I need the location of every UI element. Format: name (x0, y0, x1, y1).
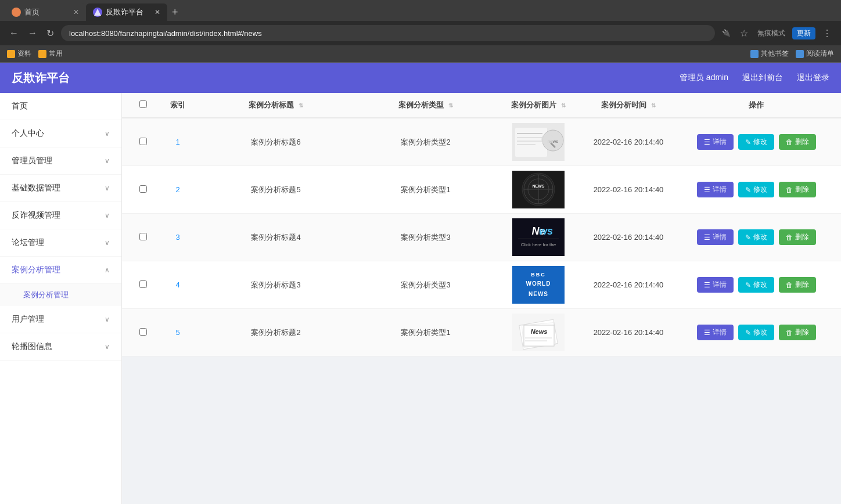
browser-tab-app[interactable]: 反欺诈平台 ✕ (86, 3, 167, 21)
nav-forward-button[interactable]: → (26, 26, 39, 41)
bookmark-ziliao[interactable]: 资料 (7, 49, 31, 59)
bookmark-icon-changyong (38, 50, 46, 58)
app-header-right: 管理员 admin 退出到前台 退出登录 (680, 73, 829, 83)
row2-edit-button[interactable]: ✎ 修改 (738, 182, 774, 197)
bookmarks-bar: 资料 常用 其他书签 阅读清单 (0, 45, 841, 63)
col-image[interactable]: 案例分析图片 ⇅ (501, 100, 576, 110)
chevron-users: ∨ (105, 315, 110, 323)
col-actions-label: 操作 (749, 100, 764, 109)
row3-delete-button[interactable]: 🗑 删除 (779, 229, 816, 245)
row5-edit-icon: ✎ (745, 329, 751, 337)
row1-checkbox[interactable] (131, 138, 154, 147)
row4-image-container: BBC WORLD NEWS (512, 266, 565, 304)
row1-check[interactable] (139, 138, 147, 145)
row1-detail-label: 详情 (713, 137, 727, 147)
extensions-button[interactable]: 🔌 (720, 27, 733, 39)
row2-checkbox[interactable] (131, 185, 154, 195)
chevron-cases: ∧ (105, 266, 110, 274)
row1-actions: ☰ 详情 ✎ 修改 🗑 删除 (681, 134, 832, 150)
row1-edit-label: 修改 (753, 137, 767, 147)
tab-favicon-home (12, 8, 21, 17)
col-type[interactable]: 案例分析类型 ⇅ (351, 100, 501, 110)
svg-text:NEWS: NEWS (533, 184, 545, 188)
row5-delete-button[interactable]: 🗑 删除 (779, 325, 816, 340)
tab-favicon-app (93, 8, 102, 17)
row3-edit-button[interactable]: ✎ 修改 (738, 229, 774, 245)
col-image-label: 案例分析图片 (511, 100, 556, 109)
row3-checkbox[interactable] (131, 233, 154, 242)
sidebar: 首页 个人中心 ∨ 管理员管理 ∨ 基础数据管理 ∨ 反诈视频管理 ∨ 论坛管理… (0, 93, 122, 504)
table-row: 1 案例分析标题6 案例分析类型2 news (122, 118, 841, 166)
sidebar-item-basic[interactable]: 基础数据管理 ∨ (0, 175, 121, 202)
row5-checkbox[interactable] (131, 328, 154, 337)
front-link[interactable]: 退出到前台 (742, 73, 783, 83)
row4-time: 2022-02-16 20:14:40 (576, 280, 681, 289)
col-time[interactable]: 案例分析时间 ⇅ (576, 100, 681, 110)
row5-news-image: News (512, 314, 565, 351)
table-row: 2 案例分析标题5 案例分析类型1 NEWS (122, 166, 841, 214)
sidebar-item-admin[interactable]: 管理员管理 ∨ (0, 147, 121, 175)
col-checkbox[interactable] (131, 100, 154, 110)
row4-delete-button[interactable]: 🗑 删除 (779, 277, 816, 293)
col-title[interactable]: 案例分析标题 ⇅ (201, 100, 351, 110)
bookmark-label-ziliao: 资料 (17, 49, 31, 59)
bookmark-changyong[interactable]: 常用 (38, 49, 63, 59)
row1-detail-button[interactable]: ☰ 详情 (697, 134, 734, 150)
incognito-button[interactable]: 無痕模式 (755, 26, 788, 41)
svg-text:WORLD: WORLD (526, 280, 551, 287)
tab-close-home[interactable]: ✕ (73, 8, 79, 16)
sidebar-item-home[interactable]: 首页 (0, 93, 121, 120)
sidebar-item-video[interactable]: 反诈视频管理 ∨ (0, 202, 121, 229)
menu-button[interactable]: ⋮ (820, 26, 834, 41)
row4-check[interactable] (139, 280, 147, 288)
update-button[interactable]: 更新 (792, 27, 815, 39)
row4-edit-icon: ✎ (745, 281, 751, 289)
row5-detail-button[interactable]: ☰ 详情 (697, 325, 734, 340)
row3-image: Ne ws Click here for the (501, 218, 576, 256)
table-header: 索引 案例分析标题 ⇅ 案例分析类型 ⇅ 案例分析图片 ⇅ 案例分析时间 ⇅ (122, 93, 841, 118)
bookmark-other[interactable]: 其他书签 (750, 49, 789, 59)
sidebar-item-users[interactable]: 用户管理 ∨ (0, 306, 121, 333)
row4-checkbox[interactable] (131, 280, 154, 290)
row4-edit-button[interactable]: ✎ 修改 (738, 277, 774, 293)
sidebar-label-admin: 管理员管理 (12, 156, 52, 166)
chevron-profile: ∨ (105, 129, 110, 138)
row5-detail-icon: ☰ (704, 329, 710, 337)
row5-delete-label: 删除 (795, 327, 809, 337)
browser-chrome: 首页 ✕ 反欺诈平台 ✕ + ← → ↻ 🔌 ☆ 無痕模式 更新 ⋮ 资料 常用 (0, 0, 841, 63)
row1-edit-button[interactable]: ✎ 修改 (738, 134, 774, 150)
row2-check[interactable] (139, 185, 147, 193)
chevron-video: ∨ (105, 211, 110, 219)
row5-check[interactable] (139, 328, 147, 336)
svg-text:News: News (531, 328, 548, 335)
row2-actions: ☰ 详情 ✎ 修改 🗑 删除 (681, 182, 832, 197)
bookmark-label-changyong: 常用 (49, 49, 63, 59)
logout-link[interactable]: 退出登录 (797, 73, 829, 83)
sidebar-sub-item-case-manage[interactable]: 案例分析管理 (23, 284, 121, 306)
row1-delete-button[interactable]: 🗑 删除 (779, 134, 816, 150)
new-tab-button[interactable]: + (167, 6, 183, 19)
sidebar-item-banner[interactable]: 轮播图信息 ∨ (0, 333, 121, 361)
row1-type: 案例分析类型2 (351, 137, 501, 147)
browser-tab-home[interactable]: 首页 ✕ (5, 3, 86, 21)
bookmark-button[interactable]: ☆ (738, 26, 750, 41)
sidebar-item-cases[interactable]: 案例分析管理 ∧ (0, 257, 121, 284)
row4-detail-button[interactable]: ☰ 详情 (697, 277, 734, 293)
nav-refresh-button[interactable]: ↻ (44, 26, 56, 41)
row2-delete-button[interactable]: 🗑 删除 (779, 182, 816, 197)
address-input[interactable] (61, 25, 715, 41)
bookmark-reading[interactable]: 阅读清单 (796, 49, 834, 59)
tab-close-app[interactable]: ✕ (154, 8, 160, 16)
nav-back-button[interactable]: ← (7, 26, 21, 41)
row5-edit-button[interactable]: ✎ 修改 (738, 325, 774, 340)
sidebar-item-forum[interactable]: 论坛管理 ∨ (0, 229, 121, 257)
row3-check[interactable] (139, 233, 147, 240)
sidebar-item-profile[interactable]: 个人中心 ∨ (0, 120, 121, 147)
row3-detail-button[interactable]: ☰ 详情 (697, 229, 734, 245)
select-all-checkbox[interactable] (139, 100, 147, 108)
row3-index: 3 (154, 233, 201, 242)
row1-image: news (501, 123, 576, 161)
app-title: 反欺诈平台 (12, 70, 70, 86)
bookmark-icon-ziliao (7, 50, 15, 58)
row2-detail-button[interactable]: ☰ 详情 (697, 182, 734, 197)
